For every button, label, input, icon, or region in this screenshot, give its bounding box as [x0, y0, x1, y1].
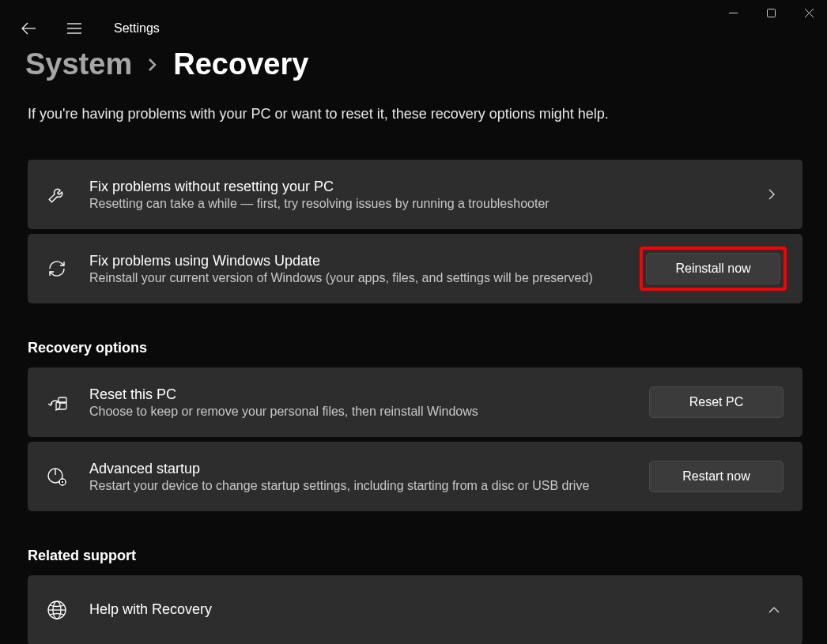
wrench-icon: [45, 183, 69, 206]
advanced-startup-text: Advanced startup Restart your device to …: [89, 461, 629, 493]
troubleshoot-text: Fix problems without resetting your PC R…: [89, 179, 747, 211]
troubleshoot-desc: Resetting can take a while — first, try …: [89, 197, 747, 211]
windows-update-desc: Reinstall your current version of Window…: [89, 271, 622, 285]
reinstall-highlight: Reinstall now: [640, 247, 787, 291]
refresh-icon: [45, 257, 69, 281]
breadcrumb: System Recovery: [25, 47, 308, 81]
breadcrumb-system[interactable]: System: [25, 47, 132, 81]
restart-now-button[interactable]: Restart now: [649, 461, 784, 492]
advanced-startup-action: Restart now: [649, 461, 784, 492]
minimize-button[interactable]: [715, 0, 751, 25]
back-button[interactable]: [14, 14, 43, 43]
windows-update-title: Fix problems using Windows Update: [89, 253, 622, 269]
chevron-right-icon: [148, 58, 157, 72]
maximize-button[interactable]: [753, 0, 789, 25]
reset-pc-text: Reset this PC Choose to keep or remove y…: [89, 386, 629, 419]
app-title: Settings: [114, 21, 160, 36]
svg-rect-1: [767, 9, 775, 17]
troubleshoot-card[interactable]: Fix problems without resetting your PC R…: [28, 160, 802, 229]
reset-pc-action: Reset PC: [649, 386, 784, 418]
reinstall-now-button[interactable]: Reinstall now: [646, 253, 780, 284]
chevron-up-icon: [768, 606, 784, 614]
advanced-startup-desc: Restart your device to change startup se…: [89, 479, 629, 493]
related-support-heading: Related support: [28, 548, 802, 564]
help-recovery-card[interactable]: Help with Recovery: [28, 575, 802, 644]
windows-update-card: Fix problems using Windows Update Reinst…: [28, 234, 802, 303]
troubleshoot-title: Fix problems without resetting your PC: [89, 179, 747, 195]
window-controls: [715, 0, 827, 28]
reset-pc-button[interactable]: Reset PC: [649, 386, 784, 418]
globe-icon: [45, 598, 69, 622]
close-button[interactable]: [791, 0, 827, 25]
chevron-right-icon: [768, 188, 784, 201]
svg-point-13: [62, 481, 63, 483]
hamburger-menu-button[interactable]: [60, 14, 89, 43]
header: Settings: [14, 14, 160, 43]
help-recovery-text: Help with Recovery: [89, 601, 747, 620]
intro-text: If you're having problems with your PC o…: [28, 106, 609, 122]
help-recovery-title: Help with Recovery: [89, 601, 747, 618]
recovery-options-heading: Recovery options: [28, 340, 802, 356]
reset-pc-icon: [45, 390, 69, 414]
content-area: Fix problems without resetting your PC R…: [28, 160, 802, 644]
reset-pc-card: Reset this PC Choose to keep or remove y…: [28, 367, 802, 437]
page-title: Recovery: [173, 47, 308, 81]
reset-pc-title: Reset this PC: [89, 386, 629, 403]
advanced-startup-card: Advanced startup Restart your device to …: [28, 442, 802, 511]
power-gear-icon: [45, 465, 69, 488]
reset-pc-desc: Choose to keep or remove your personal f…: [89, 405, 629, 419]
windows-update-text: Fix problems using Windows Update Reinst…: [89, 253, 622, 285]
advanced-startup-title: Advanced startup: [89, 461, 629, 477]
